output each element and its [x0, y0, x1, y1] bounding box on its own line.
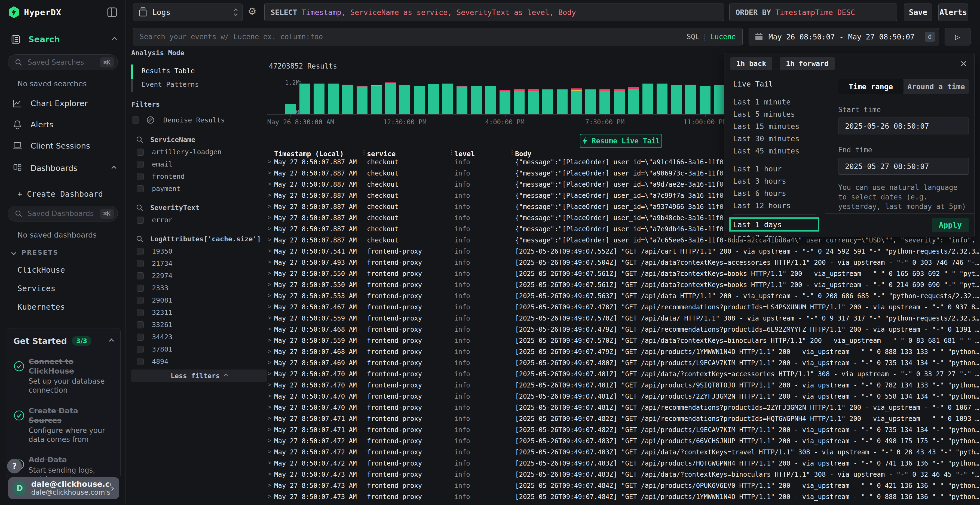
sidebar-collapse-icon[interactable] [107, 6, 117, 18]
time-preset-last-1-days[interactable]: Last 1 days [729, 218, 819, 232]
row-expand-chevron-icon[interactable]: > [268, 248, 271, 254]
time-preset-last-15-minutes[interactable]: Last 15 minutes [733, 120, 825, 132]
histogram-bar[interactable] [313, 84, 325, 114]
row-expand-chevron-icon[interactable]: > [268, 337, 271, 343]
table-row[interactable]: >May 27 8:50:07.471 AMfrontend-proxyinfo… [267, 413, 980, 424]
table-row[interactable]: >May 27 8:50:07.472 AMfrontend-proxyinfo… [267, 435, 980, 446]
table-row[interactable]: >May 27 8:50:07.473 AMfrontend-proxyinfo… [267, 491, 980, 502]
filter-checkbox[interactable] [137, 260, 144, 267]
row-expand-chevron-icon[interactable]: > [268, 437, 271, 444]
analysis-mode-event-patterns[interactable]: Event Patterns [142, 78, 275, 91]
help-button[interactable]: ? [7, 459, 22, 473]
resume-live-tail-button[interactable]: Resume Live Tail [580, 134, 662, 148]
row-expand-chevron-icon[interactable]: > [268, 203, 271, 210]
row-expand-chevron-icon[interactable]: > [268, 482, 271, 488]
sql-select-editor[interactable]: SELECT Timestamp, ServiceName as service… [264, 3, 724, 21]
filter-option[interactable]: 22974 [131, 272, 275, 280]
get-started-item[interactable]: Connect to ClickHouseSet up your databas… [13, 357, 113, 395]
start-time-input[interactable]: 2025-05-26 08:50:07 [838, 118, 969, 134]
time-preset-last-6-hours[interactable]: Last 6 hours [733, 187, 825, 199]
histogram-bar[interactable] [614, 89, 625, 114]
filter-checkbox[interactable] [137, 149, 144, 156]
event-search-input[interactable]: Search your events w/ Lucene ex. column:… [133, 28, 743, 45]
preset-item-kubernetes[interactable]: Kubernetes [0, 302, 126, 311]
filter-checkbox[interactable] [137, 309, 144, 316]
source-settings-gear-icon[interactable]: ⚙ [248, 6, 256, 16]
row-expand-chevron-icon[interactable]: > [268, 303, 271, 310]
apply-button[interactable]: Apply [932, 218, 969, 232]
row-expand-chevron-icon[interactable]: > [268, 158, 271, 165]
table-row[interactable]: >May 27 8:50:07.474 AMfrontend-proxyinfo… [267, 502, 980, 505]
row-expand-chevron-icon[interactable]: > [268, 471, 271, 477]
analysis-mode-results-table[interactable]: Results Table [142, 64, 275, 78]
table-row[interactable]: >May 27 8:50:07.471 AMfrontend-proxyinfo… [267, 424, 980, 435]
saved-searches-input[interactable]: Saved Searches ⌘K [8, 54, 118, 70]
histogram-bar[interactable] [657, 84, 668, 114]
filter-option[interactable]: 2333 [131, 284, 275, 292]
histogram-bar[interactable] [628, 87, 639, 114]
filter-option[interactable]: error [131, 216, 275, 224]
filter-option[interactable]: 37801 [131, 345, 275, 353]
histogram-bar[interactable] [685, 85, 696, 114]
sidebar-item-search[interactable]: Search [0, 32, 126, 48]
histogram-bar[interactable] [471, 86, 482, 114]
filter-option[interactable]: 4894 [131, 357, 275, 365]
histogram-bar[interactable] [514, 89, 525, 114]
table-row[interactable]: >May 27 8:50:07.550 AMfrontend-proxyinfo… [267, 279, 980, 290]
histogram-bar[interactable] [328, 84, 339, 114]
histogram-bar[interactable] [442, 84, 453, 114]
table-row[interactable]: >May 27 8:50:07.472 AMfrontend-proxyinfo… [267, 458, 980, 469]
lucene-mode-toggle[interactable]: Lucene [710, 33, 736, 41]
table-row[interactable]: >May 27 8:50:07.468 AMfrontend-proxyinfo… [267, 324, 980, 335]
histogram-bar[interactable] [671, 85, 682, 114]
row-expand-chevron-icon[interactable]: > [268, 237, 271, 243]
denoise-results-option[interactable]: Denoise Results [131, 115, 275, 125]
create-dashboard-button[interactable]: + Create Dashboard [0, 189, 126, 199]
table-row[interactable]: >May 27 8:50:07.550 AMfrontend-proxyinfo… [267, 268, 980, 279]
tab-time-range[interactable]: Time range [838, 79, 904, 94]
col-resize-handle[interactable]: ⋮ [361, 149, 366, 156]
end-time-input[interactable]: 2025-05-27 08:50:07 [838, 158, 969, 175]
sidebar-item-dashboards[interactable]: Dashboards [0, 162, 126, 174]
filter-checkbox[interactable] [137, 185, 144, 192]
histogram-bar[interactable] [528, 89, 539, 114]
table-row[interactable]: >May 27 8:50:07.470 AMfrontend-proxyinfo… [267, 391, 980, 402]
filter-option[interactable]: artillery-loadgen [131, 148, 275, 156]
table-row[interactable]: >May 27 8:50:07.541 AMfrontend-proxyinfo… [267, 246, 980, 257]
row-expand-chevron-icon[interactable]: > [268, 426, 271, 433]
shift-1h-forward-button[interactable]: 1h forward [780, 57, 835, 70]
histogram-bar[interactable] [299, 84, 310, 114]
get-started-item[interactable]: Create Data SourcesConfigure where your … [13, 406, 113, 444]
search-icon[interactable] [135, 235, 144, 243]
row-expand-chevron-icon[interactable]: > [268, 415, 271, 421]
filter-checkbox[interactable] [137, 297, 144, 304]
denoise-checkbox[interactable] [132, 116, 139, 124]
table-row[interactable]: >May 27 8:50:07.473 AMfrontend-proxyinfo… [267, 480, 980, 491]
chevron-up-icon[interactable] [112, 37, 117, 41]
row-expand-chevron-icon[interactable]: > [268, 170, 271, 176]
histogram-bar[interactable] [356, 86, 368, 114]
save-button[interactable]: Save [904, 3, 932, 21]
date-range-input[interactable]: May 26 08:50:07 - May 27 08:50:07 d [749, 28, 939, 45]
histogram-bar[interactable] [557, 89, 568, 114]
filter-option[interactable]: 21734 [131, 260, 275, 267]
filter-checkbox[interactable] [137, 248, 144, 255]
alerts-button[interactable]: Alerts [939, 3, 968, 21]
row-expand-chevron-icon[interactable]: > [268, 392, 271, 399]
time-preset-last-3-hours[interactable]: Last 3 hours [733, 175, 825, 187]
histogram-bar[interactable] [385, 83, 396, 114]
row-expand-chevron-icon[interactable]: > [268, 381, 271, 388]
row-expand-chevron-icon[interactable]: > [268, 181, 271, 187]
shift-1h-back-button[interactable]: 1h back [730, 57, 772, 70]
filter-checkbox[interactable] [137, 333, 144, 341]
table-row[interactable]: >May 27 8:50:07.493 AMfrontend-proxyinfo… [267, 257, 980, 268]
table-row[interactable]: >May 27 8:50:07.470 AMfrontend-proxyinfo… [267, 368, 980, 380]
histogram-bar[interactable] [643, 84, 653, 114]
sidebar-item-client-sessions[interactable]: Client Sessions [0, 140, 126, 152]
row-expand-chevron-icon[interactable]: > [268, 259, 271, 265]
row-expand-chevron-icon[interactable]: > [268, 314, 271, 321]
filter-option[interactable]: 19350 [131, 247, 275, 255]
row-expand-chevron-icon[interactable]: > [268, 404, 271, 410]
table-row[interactable]: >May 27 8:50:07.559 AMfrontend-proxyinfo… [267, 335, 980, 346]
histogram-bar[interactable] [414, 86, 425, 114]
